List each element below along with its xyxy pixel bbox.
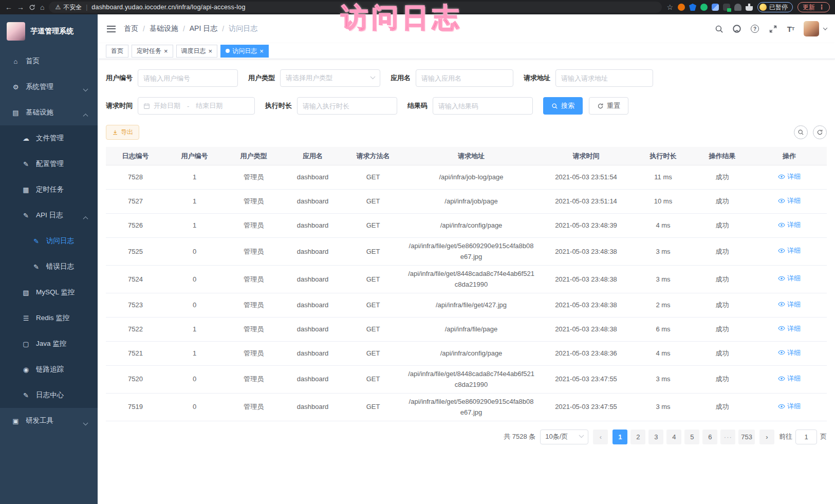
detail-link[interactable]: 详细 xyxy=(778,171,801,182)
fullscreen-icon[interactable] xyxy=(768,24,778,34)
tab-3[interactable]: 访问日志× xyxy=(220,45,269,58)
page-button[interactable]: 4 xyxy=(666,430,681,444)
extension-icon[interactable] xyxy=(689,4,696,11)
detail-link[interactable]: 详细 xyxy=(778,299,801,310)
sidebar: 芋道管理系统 ⌂首页⚙系统管理▤基础设施☁文件管理✎配置管理▦定时任务✎API … xyxy=(0,14,98,504)
user-id-input[interactable] xyxy=(138,69,238,87)
sidebar-item[interactable]: ☰Redis 监控 xyxy=(0,305,98,331)
back-button[interactable]: ← xyxy=(5,4,12,11)
extension-icon[interactable] xyxy=(712,4,719,11)
more-pages-icon[interactable]: ··· xyxy=(720,430,735,444)
bookmark-star-icon[interactable]: ☆ xyxy=(666,4,673,11)
sidebar-item[interactable]: ▣研发工具 xyxy=(0,408,98,434)
prev-page-button[interactable]: ‹ xyxy=(593,430,608,444)
sidebar-item[interactable]: ▢Java 监控 xyxy=(0,331,98,357)
sidebar-item[interactable]: ✎访问日志 xyxy=(0,228,98,254)
url-text: dashboard.yudao.iocoder.cn/infra/log/api… xyxy=(91,4,245,11)
result-code-input[interactable] xyxy=(433,97,533,115)
cell-method: GET xyxy=(342,246,404,257)
help-icon[interactable]: ? xyxy=(750,24,760,34)
next-page-button[interactable]: › xyxy=(759,430,774,444)
request-url-input[interactable] xyxy=(555,69,653,87)
extension-icon[interactable] xyxy=(678,4,685,11)
search-icon[interactable] xyxy=(714,24,724,34)
breadcrumb-separator: / xyxy=(183,25,185,33)
cell-app: dashboard xyxy=(283,348,342,359)
close-icon[interactable]: × xyxy=(164,48,168,54)
detail-link[interactable]: 详细 xyxy=(778,245,801,256)
search-button[interactable]: 搜索 xyxy=(543,97,583,115)
goto-page-input[interactable] xyxy=(795,430,817,444)
reload-button[interactable] xyxy=(29,4,35,11)
detail-link[interactable]: 详细 xyxy=(778,323,801,334)
detail-link[interactable]: 详细 xyxy=(778,347,801,358)
caret-down-icon[interactable] xyxy=(824,24,827,33)
home-button[interactable]: ⌂ xyxy=(40,4,44,11)
detail-link[interactable]: 详细 xyxy=(778,195,801,206)
close-icon[interactable]: × xyxy=(259,48,264,54)
update-button[interactable]: 更新 ⋮ xyxy=(797,2,830,12)
tab-2[interactable]: 调度日志× xyxy=(176,45,218,58)
sidebar-item[interactable]: ◉链路追踪 xyxy=(0,357,98,382)
hamburger-icon[interactable] xyxy=(106,24,117,34)
reset-button[interactable]: 重置 xyxy=(589,97,628,115)
table-toolbar: 导出 xyxy=(106,125,827,140)
export-button[interactable]: 导出 xyxy=(106,125,139,140)
range-separator: - xyxy=(184,102,192,110)
browser-menu-dots-icon[interactable]: ⋮ xyxy=(819,4,825,11)
filter-row-2: 请求时间 开始日期 - 结束日期 执行时长 结果码 xyxy=(106,97,827,115)
extension-icon[interactable] xyxy=(723,4,730,11)
cell-time: 2021-05-03 23:51:14 xyxy=(539,196,634,207)
address-bar[interactable]: ⚠ 不安全 | dashboard.yudao.iocoder.cn/infra… xyxy=(49,2,662,13)
page-size-select[interactable]: 10条/页 xyxy=(540,430,588,444)
tab-1[interactable]: 定时任务× xyxy=(132,45,173,58)
breadcrumb-item[interactable]: 首页 xyxy=(124,24,138,33)
cell-user_type: 管理员 xyxy=(224,220,283,231)
cell-app: dashboard xyxy=(283,274,342,285)
paused-badge[interactable]: 已暂停 xyxy=(757,2,793,12)
avatar[interactable] xyxy=(804,21,819,36)
extension-icon[interactable] xyxy=(700,4,708,11)
app-name-input[interactable] xyxy=(416,69,513,87)
cell-time: 2021-05-03 23:48:38 xyxy=(539,300,634,310)
page-button[interactable]: 5 xyxy=(684,430,699,444)
sidebar-item[interactable]: ✎API 日志 xyxy=(0,202,98,228)
sidebar-item[interactable]: ☁文件管理 xyxy=(0,125,98,151)
duration-input[interactable] xyxy=(297,97,397,115)
column-header: 请求地址 xyxy=(404,151,539,161)
github-icon[interactable] xyxy=(732,24,742,34)
sidebar-item[interactable]: ✎日志中心 xyxy=(0,382,98,408)
page-button[interactable]: 3 xyxy=(648,430,663,444)
close-icon[interactable]: × xyxy=(209,48,213,54)
page-button[interactable]: 2 xyxy=(630,430,645,444)
table-row: 75271管理员dashboardGET/api/infra/job/page2… xyxy=(106,190,827,214)
tab-0[interactable]: 首页 xyxy=(106,45,128,58)
forward-button[interactable]: → xyxy=(17,4,24,11)
sidebar-item[interactable]: ⚙系统管理 xyxy=(0,74,98,100)
page-button[interactable]: 1 xyxy=(613,430,627,444)
security-warning[interactable]: ⚠ 不安全 xyxy=(55,3,82,12)
toggle-search-button[interactable] xyxy=(794,125,808,139)
detail-link[interactable]: 详细 xyxy=(778,219,801,230)
extension-icon[interactable] xyxy=(734,4,741,11)
refresh-button[interactable] xyxy=(813,125,827,139)
sidebar-item[interactable]: ⌂首页 xyxy=(0,48,98,74)
page-button[interactable]: 753 xyxy=(738,430,755,444)
cell-action: 详细 xyxy=(752,299,827,311)
sidebar-item[interactable]: ▤基础设施 xyxy=(0,100,98,125)
sidebar-item[interactable]: ✎错误日志 xyxy=(0,254,98,279)
font-size-icon[interactable]: TT xyxy=(786,24,796,34)
extensions-puzzle-icon[interactable] xyxy=(746,4,753,11)
breadcrumb-item[interactable]: API 日志 xyxy=(190,24,217,33)
user-type-select[interactable]: 请选择用户类型 xyxy=(280,69,380,87)
sidebar-item[interactable]: ▧MySQL 监控 xyxy=(0,279,98,305)
breadcrumb-item[interactable]: 基础设施 xyxy=(150,24,178,33)
field-label: 请求地址 xyxy=(524,73,550,83)
detail-link[interactable]: 详细 xyxy=(778,373,801,384)
date-range-picker[interactable]: 开始日期 - 结束日期 xyxy=(138,97,255,115)
sidebar-item[interactable]: ✎配置管理 xyxy=(0,151,98,177)
detail-link[interactable]: 详细 xyxy=(778,273,801,284)
detail-link[interactable]: 详细 xyxy=(778,401,801,412)
sidebar-item[interactable]: ▦定时任务 xyxy=(0,177,98,202)
page-button[interactable]: 6 xyxy=(702,430,717,444)
